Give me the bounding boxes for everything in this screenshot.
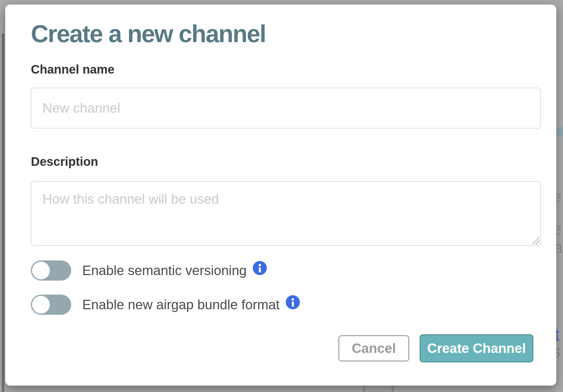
channel-name-label: Channel name	[31, 63, 114, 75]
create-channel-modal: Create a new channel Channel name Descri…	[5, 5, 556, 386]
background-page-edge	[2, 34, 4, 392]
cancel-button[interactable]: Cancel	[338, 335, 409, 361]
toggle-row-semantic-versioning: Enable semantic versioning	[31, 260, 267, 281]
info-icon[interactable]	[253, 261, 267, 275]
semantic-versioning-toggle[interactable]	[31, 260, 71, 281]
background-table-border	[392, 386, 394, 392]
toggle-knob	[32, 262, 50, 279]
background-teal-fragment	[557, 127, 563, 136]
semantic-versioning-label: Enable semantic versioning	[82, 264, 247, 277]
screen: e e ia it s Create a new channel Channel…	[0, 0, 563, 392]
modal-actions: Cancel Create Channel	[338, 334, 533, 362]
description-label: Description	[31, 155, 98, 168]
toggle-knob	[32, 296, 50, 314]
background-table-border	[363, 386, 365, 392]
info-icon[interactable]	[286, 295, 300, 309]
airgap-bundle-label: Enable new airgap bundle format	[82, 298, 280, 311]
description-textarea[interactable]	[31, 181, 541, 246]
create-channel-button[interactable]: Create Channel	[420, 334, 533, 362]
channel-name-input[interactable]	[31, 88, 541, 129]
background-table-cell	[365, 386, 392, 392]
airgap-bundle-toggle[interactable]	[31, 295, 71, 315]
toggle-row-airgap-bundle: Enable new airgap bundle format	[31, 294, 300, 315]
description-field-wrapper	[31, 181, 541, 246]
modal-title: Create a new channel	[31, 22, 266, 46]
